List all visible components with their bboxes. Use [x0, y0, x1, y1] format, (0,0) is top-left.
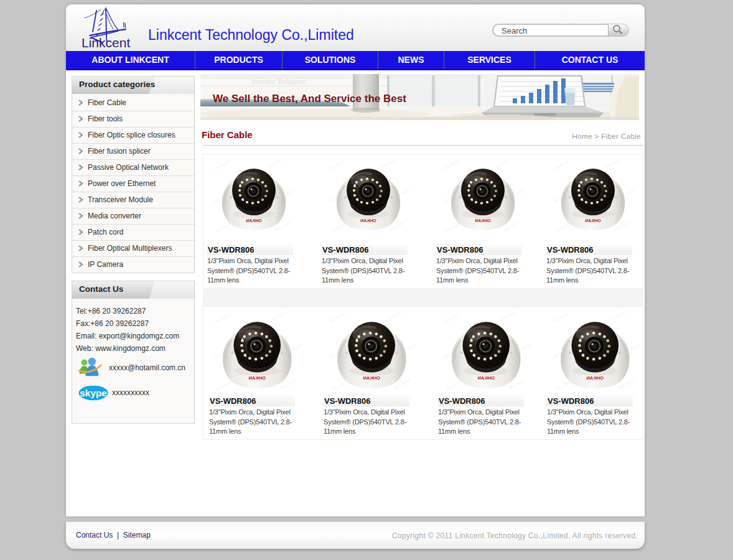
svg-text:OHKAN: OHKAN — [246, 218, 262, 223]
svg-text:iew-tech: iew-tech — [385, 310, 403, 323]
svg-text:iew-tech: iew-tech — [330, 222, 347, 233]
svg-text:iew-tech: iew-tech — [555, 222, 571, 233]
svg-text:iew-tech: iew-tech — [553, 159, 569, 170]
svg-text:Linkcent: Linkcent — [82, 35, 130, 50]
svg-text:iew-tech: iew-tech — [442, 159, 459, 170]
svg-text:iew-tech: iew-tech — [380, 158, 396, 169]
svg-text:OHKAN: OHKAN — [477, 375, 495, 381]
svg-text:OHKAN: OHKAN — [363, 375, 380, 381]
svg-text:iew-tech: iew-tech — [213, 159, 230, 170]
svg-text:iew-tech: iew-tech — [442, 312, 460, 325]
svg-text:Investor Relations: Investor Relations — [251, 77, 306, 86]
svg-text:OHKAN: OHKAN — [248, 375, 266, 381]
svg-text:iew-tech: iew-tech — [499, 310, 517, 323]
svg-text:iew-tech: iew-tech — [216, 379, 234, 392]
svg-text:iew-tech: iew-tech — [216, 222, 232, 233]
svg-text:iew-tech: iew-tech — [270, 310, 288, 323]
svg-text:OHKAN: OHKAN — [475, 218, 491, 223]
svg-text:iew-tech: iew-tech — [495, 158, 511, 169]
svg-text:iew-tech: iew-tech — [551, 312, 569, 325]
svg-text:iew-tech: iew-tech — [445, 379, 463, 392]
svg-text:iew-tech: iew-tech — [608, 310, 626, 323]
svg-text:OHKAN: OHKAN — [585, 218, 601, 223]
svg-text:iew-tech: iew-tech — [328, 312, 346, 325]
svg-text:iew-tech: iew-tech — [445, 222, 461, 233]
svg-text:iew-tech: iew-tech — [213, 312, 231, 325]
svg-text:iew-tech: iew-tech — [554, 379, 572, 392]
svg-text:OHKAN: OHKAN — [360, 218, 376, 223]
svg-text:iew-tech: iew-tech — [605, 158, 621, 169]
svg-text:iew-tech: iew-tech — [328, 159, 344, 170]
svg-text:OHKAN: OHKAN — [586, 375, 604, 381]
svg-text:skype: skype — [80, 388, 107, 398]
svg-text:iew-tech: iew-tech — [330, 379, 348, 392]
svg-text:iew-tech: iew-tech — [266, 158, 282, 169]
